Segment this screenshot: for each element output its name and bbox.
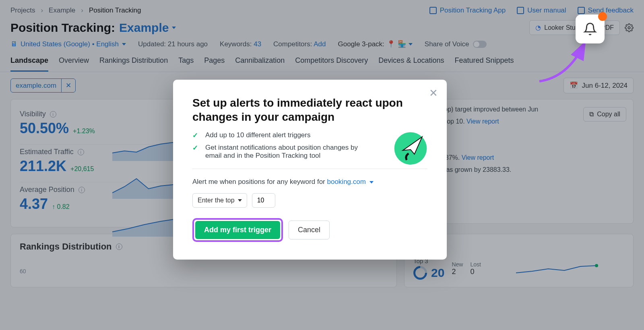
chevron-down-icon [238, 199, 242, 202]
notification-dot-icon [598, 12, 607, 21]
alerts-setup-modal: ✕ Set up alerts to immediately react upo… [173, 80, 447, 260]
check-icon: ✓ [192, 131, 200, 140]
close-icon[interactable]: ✕ [429, 87, 438, 99]
trigger-value-input[interactable] [252, 193, 275, 208]
check-icon: ✓ [192, 144, 200, 160]
alert-condition-text: Alert me when positions for any keyword … [192, 178, 427, 186]
arrow-annotation [531, 37, 596, 85]
highlight-annotation: Add my first trigger [192, 218, 283, 242]
cancel-button[interactable]: Cancel [289, 221, 330, 239]
trigger-condition-select[interactable]: Enter the top [192, 193, 247, 208]
bell-icon [583, 22, 597, 36]
paper-plane-illustration [391, 127, 430, 166]
notifications-bell-callout[interactable] [576, 14, 605, 43]
add-first-trigger-button[interactable]: Add my first trigger [195, 221, 280, 239]
chevron-down-icon [369, 181, 374, 184]
alert-domain-selector[interactable]: booking.com [327, 178, 374, 186]
modal-bullet: Add up to 10 different alert triggers [205, 131, 310, 140]
modal-bullet: Get instant notifications about position… [205, 144, 369, 160]
modal-heading: Set up alerts to immediately react upon … [192, 96, 410, 124]
